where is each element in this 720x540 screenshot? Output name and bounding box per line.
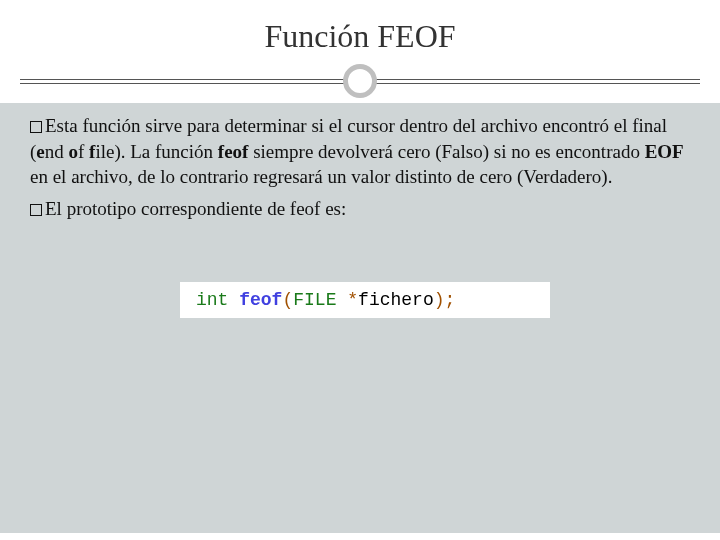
bullet-item-2: El prototipo correspondiente de feof es: xyxy=(30,196,690,222)
bullet-item-1: Esta función sirve para determinar si el… xyxy=(30,113,690,190)
bullet-1-text-m2: f xyxy=(78,141,89,162)
page-title: Función FEOF xyxy=(0,18,720,55)
slide: Función FEOF Esta función sirve para det… xyxy=(0,0,720,540)
code-token-int: int xyxy=(196,290,228,310)
bullet-1-text-m4: siempre devolverá cero (Falso) si no es … xyxy=(248,141,644,162)
divider xyxy=(0,63,720,103)
code-token-star: * xyxy=(347,290,358,310)
code-token-lparen: ( xyxy=(282,290,293,310)
bullet-1-text-m1: nd xyxy=(45,141,69,162)
code-token-arg: fichero xyxy=(358,290,434,310)
content-body: Esta función sirve para determinar si el… xyxy=(0,103,720,533)
code-space xyxy=(228,290,239,310)
bullet-1-text-tail: en el archivo, de lo contrario regresará… xyxy=(30,166,612,187)
code-token-file: FILE xyxy=(293,290,336,310)
square-bullet-icon xyxy=(30,121,42,133)
bold-eof: EOF xyxy=(645,141,684,162)
bold-feof: feof xyxy=(218,141,249,162)
code-prototype: int feof(FILE *fichero); xyxy=(180,282,550,318)
divider-circle-icon xyxy=(343,64,377,98)
header: Función FEOF xyxy=(0,0,720,103)
bullet-1-text-m3: ile). La función xyxy=(95,141,217,162)
code-token-semicolon: ; xyxy=(445,290,456,310)
bold-o: o xyxy=(69,141,79,162)
code-token-rparen: ) xyxy=(434,290,445,310)
code-space xyxy=(336,290,347,310)
code-token-func: feof xyxy=(239,290,282,310)
square-bullet-icon xyxy=(30,204,42,216)
bullet-2-text: El prototipo correspondiente de feof es: xyxy=(45,198,346,219)
bold-e: e xyxy=(36,141,44,162)
